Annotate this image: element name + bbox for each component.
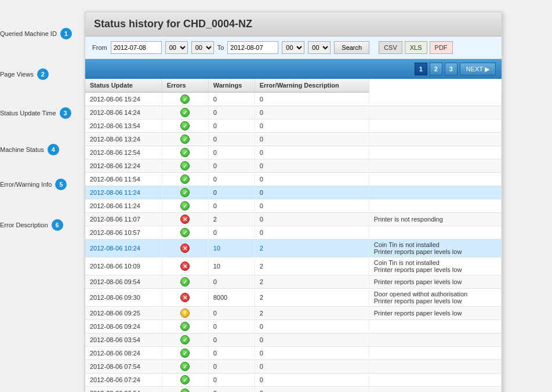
- page-1-button[interactable]: 1: [415, 63, 427, 75]
- status-update-time: 2012-08-06 11:24: [85, 186, 162, 199]
- error-status-icon: ✕: [180, 293, 190, 302]
- machine-status-icon: ✓: [162, 275, 208, 289]
- warning-count: 0: [255, 347, 369, 360]
- machine-status-icon: ✓: [162, 333, 208, 347]
- annotation-label-3: Status Update Time: [0, 110, 56, 117]
- warning-count: 0: [255, 373, 369, 387]
- xls-export-button[interactable]: XLS: [405, 41, 427, 54]
- pagination-bar: 1 2 3 NEXT ▶: [85, 59, 502, 79]
- annotation-label-2: Page Views: [0, 71, 34, 78]
- ok-status-icon: ✓: [180, 277, 190, 286]
- page-3-button[interactable]: 3: [445, 63, 457, 75]
- ok-status-icon: ✓: [180, 95, 190, 104]
- machine-status-icon: ✕: [162, 257, 208, 275]
- table-row: 2012-08-06 10:09✕102Coin Tin is not inst…: [85, 257, 502, 275]
- status-update-time: 2012-08-06 13:24: [85, 133, 162, 146]
- error-description: [369, 146, 501, 159]
- error-count: 0: [208, 173, 255, 186]
- to-date-input[interactable]: [227, 41, 278, 54]
- status-update-time: 2012-08-06 10:57: [85, 226, 162, 239]
- annotation-3: Status Update Time3: [0, 107, 71, 119]
- error-description: Coin Tin is not installedPrinter reports…: [369, 257, 501, 275]
- error-count: 0: [208, 333, 255, 347]
- error-count: 0: [208, 146, 255, 159]
- table-row: 2012-08-06 13:54✓00: [85, 119, 502, 133]
- warning-count: 0: [255, 360, 369, 373]
- table-row: 2012-08-06 09:54✓02Printer reports paper…: [85, 275, 502, 289]
- warning-count: 0: [255, 387, 369, 393]
- machine-status-icon: ✓: [162, 347, 208, 360]
- machine-status-icon: ✓: [162, 320, 208, 333]
- annotation-1: Queried Machine ID1: [0, 28, 72, 39]
- annotation-6: Error Description6: [0, 219, 63, 231]
- ok-status-icon: ✓: [180, 121, 190, 130]
- warning-count: 0: [255, 320, 369, 333]
- ok-status-icon: ✓: [180, 322, 190, 331]
- error-description: [369, 92, 501, 106]
- warning-count: 2: [255, 307, 369, 320]
- machine-status-icon: ✓: [162, 199, 208, 213]
- error-description: [369, 226, 501, 239]
- table-row: 2012-08-06 09:30✕80002Door opened withot…: [85, 289, 502, 307]
- search-button[interactable]: Search: [334, 41, 369, 54]
- to-hour-select[interactable]: 00: [282, 41, 304, 54]
- export-buttons: CSV XLS PDF: [379, 41, 452, 54]
- warning-count: 2: [255, 239, 369, 257]
- error-description: Printer reports paper levels low: [369, 275, 501, 289]
- error-count: 0: [208, 199, 255, 213]
- table-row: 2012-08-06 10:57✓00: [85, 226, 502, 239]
- error-count: 0: [208, 320, 255, 333]
- status-update-time: 2012-08-06 11:54: [85, 173, 162, 186]
- status-update-time: 2012-08-06 10:09: [85, 257, 162, 275]
- from-hour-select[interactable]: 000102: [165, 41, 188, 54]
- error-count: 10: [208, 257, 255, 275]
- next-page-button[interactable]: NEXT ▶: [460, 63, 496, 75]
- page-2-button[interactable]: 2: [430, 63, 442, 75]
- table-row: 2012-08-06 11:24✓00: [85, 186, 502, 199]
- error-count: 2: [208, 213, 255, 226]
- warning-count: 0: [255, 186, 369, 199]
- csv-export-button[interactable]: CSV: [379, 41, 402, 54]
- to-label: To: [217, 44, 224, 51]
- ok-status-icon: ✓: [180, 349, 190, 358]
- table-row: 2012-08-06 12:24✓00: [85, 159, 502, 173]
- page-title: Status history for CHD_0004-NZ: [85, 12, 502, 37]
- from-label: From: [92, 44, 107, 51]
- machine-status-icon: ✕: [162, 239, 208, 257]
- status-update-time: 2012-08-06 09:54: [85, 275, 162, 289]
- to-min-select[interactable]: 00: [308, 41, 331, 54]
- table-row: 2012-08-06 13:24✓00: [85, 133, 502, 146]
- ok-status-icon: ✓: [180, 362, 190, 371]
- from-min-select[interactable]: 00153045: [191, 41, 214, 54]
- annotation-label-1: Queried Machine ID: [0, 30, 57, 37]
- error-description: [369, 360, 501, 373]
- annotation-circle-5: 5: [55, 179, 67, 190]
- table-row: 2012-08-06 07:54✓00: [85, 360, 502, 373]
- status-update-time: 2012-08-06 15:24: [85, 92, 162, 106]
- status-update-time: 2012-08-06 09:30: [85, 289, 162, 307]
- ok-status-icon: ✓: [180, 135, 190, 144]
- pdf-export-button[interactable]: PDF: [430, 41, 453, 54]
- error-description: [369, 133, 501, 146]
- status-update-time: 2012-08-06 11:24: [85, 199, 162, 213]
- machine-status-icon: ✓: [162, 226, 208, 239]
- table-row: 2012-08-06 09:25!02Printer reports paper…: [85, 307, 502, 320]
- machine-status-icon: ✓: [162, 360, 208, 373]
- table-row: 2012-08-06 03:54✓00: [85, 333, 502, 347]
- annotation-circle-1: 1: [60, 28, 72, 39]
- annotation-circle-6: 6: [52, 219, 63, 231]
- error-description: Printer is not responding: [369, 213, 501, 226]
- ok-status-icon: ✓: [180, 108, 190, 117]
- from-date-input[interactable]: [111, 41, 162, 54]
- main-panel: Status history for CHD_0004-NZ From 0001…: [85, 12, 502, 392]
- status-update-time: 2012-08-06 09:24: [85, 320, 162, 333]
- warning-count: 0: [255, 199, 369, 213]
- machine-status-icon: ✓: [162, 92, 208, 106]
- error-description: Door opened withot authorisationPrinter …: [369, 289, 501, 307]
- ok-status-icon: ✓: [180, 188, 190, 197]
- machine-status-icon: ✓: [162, 173, 208, 186]
- error-status-icon: ✕: [180, 215, 190, 224]
- status-update-time: 2012-08-06 07:24: [85, 373, 162, 387]
- warning-count: 2: [255, 257, 369, 275]
- warning-count: 0: [255, 159, 369, 173]
